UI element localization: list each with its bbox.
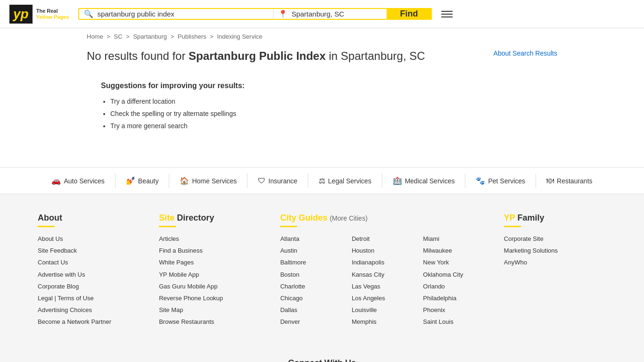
city-indianapolis[interactable]: Indianapolis	[352, 258, 413, 267]
footer-gas-guru[interactable]: Gas Guru Mobile App	[159, 282, 261, 291]
footer-contact-us[interactable]: Contact Us	[38, 258, 140, 267]
city-los-angeles[interactable]: Los Angeles	[352, 294, 413, 303]
city-baltimore[interactable]: Baltimore	[280, 258, 342, 267]
footer-yp-highlight: YP	[504, 213, 515, 222]
city-chicago[interactable]: Chicago	[280, 294, 342, 303]
city-memphis[interactable]: Memphis	[352, 318, 413, 326]
footer-about-title: About	[38, 213, 140, 223]
footer-yp-mobile-app[interactable]: YP Mobile App	[159, 271, 261, 279]
breadcrumb-sc[interactable]: SC	[114, 33, 123, 40]
location-icon: 📍	[278, 9, 288, 18]
breadcrumb-spartanburg[interactable]: Spartanburg	[133, 33, 167, 40]
city-new-york[interactable]: New York	[423, 258, 485, 267]
breadcrumb-home[interactable]: Home	[87, 33, 103, 40]
cat-auto-services[interactable]: 🚗 Auto Services	[41, 173, 115, 188]
footer-site-directory-title: Site Directory	[159, 213, 261, 223]
footer-about-us[interactable]: About Us	[38, 235, 140, 243]
cat-restaurants-label: Restaurants	[557, 177, 592, 185]
footer-browse-restaurants[interactable]: Browse Restaurants	[159, 318, 261, 326]
search-what-input[interactable]	[97, 10, 268, 18]
suggestion-3: Try a more general search	[110, 122, 543, 130]
main-content: No results found for Spartanburg Public …	[0, 45, 644, 163]
find-button[interactable]: Find	[387, 9, 431, 19]
cat-beauty[interactable]: 💅 Beauty	[116, 173, 170, 188]
city-orlando[interactable]: Orlando	[423, 282, 485, 291]
cat-restaurants[interactable]: 🍽 Restaurants	[536, 174, 603, 188]
footer-more-cities: (More Cities)	[330, 214, 367, 222]
city-miami[interactable]: Miami	[423, 235, 485, 243]
footer-advertise[interactable]: Advertise with Us	[38, 271, 140, 279]
logo-yp-box: yp	[9, 5, 33, 24]
city-philadelphia[interactable]: Philadelphia	[423, 294, 485, 303]
breadcrumb-indexing-service[interactable]: Indexing Service	[217, 33, 262, 40]
search-icon: 🔍	[84, 9, 93, 18]
cities-col-2: Detroit Houston Indianapolis Kansas City…	[352, 235, 413, 330]
footer-city-guides: City Guides (More Cities) Atlanta Austin…	[280, 213, 485, 330]
search-where-container: 📍	[273, 9, 387, 19]
city-louisville[interactable]: Louisville	[352, 306, 413, 314]
auto-services-icon: 🚗	[51, 176, 61, 185]
breadcrumb: Home > SC > Spartanburg > Publishers > I…	[0, 28, 644, 45]
footer-legal[interactable]: Legal | Terms of Use	[38, 294, 140, 303]
cat-insurance[interactable]: 🛡 Insurance	[248, 174, 308, 188]
logo-yp-text: yp	[13, 7, 29, 21]
search-bar: 🔍 📍 Find	[78, 8, 432, 20]
city-charlotte[interactable]: Charlotte	[280, 282, 342, 291]
cat-legal-services[interactable]: ⚖ Legal Services	[308, 173, 382, 188]
city-houston[interactable]: Houston	[352, 247, 413, 255]
suggestions-title: Suggestions for improving your results:	[101, 82, 543, 90]
pet-services-icon: 🐾	[476, 176, 485, 185]
footer: About About Us Site Feedback Contact Us …	[0, 194, 644, 362]
city-atlanta[interactable]: Atlanta	[280, 235, 342, 243]
footer-corporate-blog[interactable]: Corporate Blog	[38, 282, 140, 291]
city-dallas[interactable]: Dallas	[280, 306, 342, 314]
cat-beauty-label: Beauty	[138, 177, 159, 185]
city-oklahoma-city[interactable]: Oklahoma City	[423, 271, 485, 279]
footer-articles[interactable]: Articles	[159, 235, 261, 243]
footer-anywho[interactable]: AnyWho	[504, 258, 606, 267]
beauty-icon: 💅	[126, 176, 135, 185]
restaurants-icon: 🍽	[546, 177, 554, 185]
no-results-text: No results found for Spartanburg Public …	[87, 49, 425, 63]
cat-auto-services-label: Auto Services	[64, 177, 104, 185]
footer-city-guides-title: City Guides (More Cities)	[280, 213, 485, 223]
about-search-link[interactable]: About Search Results	[494, 49, 557, 57]
footer-corporate-site[interactable]: Corporate Site	[504, 235, 606, 243]
logo-line1: The Real	[36, 8, 69, 14]
cat-medical-services-label: Medical Services	[405, 177, 455, 185]
footer-site-feedback[interactable]: Site Feedback	[38, 247, 140, 255]
footer-site-directory: Site Directory Articles Find a Business …	[159, 213, 261, 330]
city-detroit[interactable]: Detroit	[352, 235, 413, 243]
cat-legal-services-label: Legal Services	[328, 177, 372, 185]
city-las-vegas[interactable]: Las Vegas	[352, 282, 413, 291]
city-austin[interactable]: Austin	[280, 247, 342, 255]
logo[interactable]: yp The Real Yellow Pages	[9, 5, 69, 24]
footer-marketing-solutions[interactable]: Marketing Solutions	[504, 247, 606, 255]
connect-section: Connect With Us	[38, 349, 606, 362]
city-milwaukee[interactable]: Milwaukee	[423, 247, 485, 255]
footer-site-map[interactable]: Site Map	[159, 306, 261, 314]
footer-yp-family-title: YP Family	[504, 213, 606, 223]
city-denver[interactable]: Denver	[280, 318, 342, 326]
suggestions-box: Suggestions for improving your results: …	[87, 72, 557, 144]
cat-pet-services[interactable]: 🐾 Pet Services	[465, 173, 536, 188]
hamburger-menu[interactable]	[441, 11, 453, 17]
city-kansas-city[interactable]: Kansas City	[352, 271, 413, 279]
cat-home-services[interactable]: 🏠 Home Services	[169, 173, 248, 188]
breadcrumb-publishers[interactable]: Publishers	[178, 33, 206, 40]
city-phoenix[interactable]: Phoenix	[423, 306, 485, 314]
footer-about: About About Us Site Feedback Contact Us …	[38, 213, 140, 330]
no-results-heading: No results found for Spartanburg Public …	[87, 49, 557, 63]
footer-city-guides-underline	[280, 226, 297, 227]
cat-medical-services[interactable]: 🏥 Medical Services	[382, 173, 466, 188]
city-boston[interactable]: Boston	[280, 271, 342, 279]
footer-find-business[interactable]: Find a Business	[159, 247, 261, 255]
header: yp The Real Yellow Pages 🔍 📍 Find	[0, 0, 644, 28]
footer-white-pages[interactable]: White Pages	[159, 258, 261, 267]
footer-advertising-choices[interactable]: Advertising Choices	[38, 306, 140, 314]
footer-network-partner[interactable]: Become a Network Partner	[38, 318, 140, 326]
search-where-input[interactable]	[291, 10, 382, 18]
footer-reverse-phone[interactable]: Reverse Phone Lookup	[159, 294, 261, 303]
city-saint-louis[interactable]: Saint Louis	[423, 318, 485, 326]
footer-about-underline	[38, 226, 55, 227]
